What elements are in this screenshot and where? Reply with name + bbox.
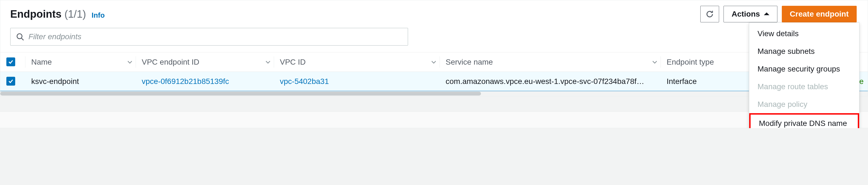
col-epid-label: VPC endpoint ID: [142, 58, 199, 66]
refresh-button[interactable]: [700, 6, 719, 22]
vpc-id-link[interactable]: vpc-5402ba31: [280, 77, 329, 86]
page-title: Endpoints (1/1): [10, 8, 86, 20]
title-text: Endpoints: [10, 8, 62, 20]
col-name-label: Name: [31, 58, 52, 66]
header-buttons: Actions Create endpoint: [700, 6, 857, 22]
endpoints-panel: Endpoints (1/1) Info Actions Create endp…: [0, 0, 868, 96]
menu-manage-route-tables: Manage route tables: [749, 78, 859, 96]
svg-point-0: [17, 34, 22, 39]
svg-line-1: [22, 38, 24, 40]
details-panel-collapsed: [0, 112, 868, 128]
cell-service-name: com.amazonaws.vpce.eu-west-1.vpce-svc-07…: [439, 72, 660, 91]
col-select-all[interactable]: [0, 53, 25, 72]
col-service-name[interactable]: Service name: [439, 53, 660, 72]
create-endpoint-button[interactable]: Create endpoint: [782, 6, 857, 22]
filter-input[interactable]: [28, 32, 402, 41]
search-icon: [16, 33, 24, 41]
row-select-cell[interactable]: [0, 72, 25, 91]
col-vpcid-label: VPC ID: [280, 58, 306, 66]
filter-row: [0, 28, 868, 52]
horizontal-scrollbar[interactable]: [0, 91, 868, 96]
actions-button[interactable]: Actions: [723, 6, 777, 22]
menu-modify-private-dns[interactable]: Modify private DNS name: [749, 113, 859, 128]
actions-label: Actions: [732, 10, 760, 19]
table-row[interactable]: ksvc-endpoint vpce-0f6912b21b85139fc vpc…: [0, 72, 868, 91]
sort-icon[interactable]: [431, 60, 436, 65]
row-checkbox[interactable]: [6, 77, 15, 86]
select-all-checkbox[interactable]: [6, 57, 15, 66]
col-type-label: Endpoint type: [666, 58, 714, 66]
info-link[interactable]: Info: [91, 11, 105, 20]
menu-manage-subnets[interactable]: Manage subnets: [749, 42, 859, 60]
cell-endpoint-id[interactable]: vpce-0f6912b21b85139fc: [136, 72, 274, 91]
caret-up-icon: [764, 11, 769, 17]
col-vpc-id[interactable]: VPC ID: [274, 53, 439, 72]
panel-header: Endpoints (1/1) Info Actions Create endp…: [0, 0, 868, 28]
cell-name: ksvc-endpoint: [25, 72, 136, 91]
col-endpoint-id[interactable]: VPC endpoint ID: [136, 53, 274, 72]
endpoint-id-link[interactable]: vpce-0f6912b21b85139fc: [142, 77, 229, 86]
actions-dropdown: View details Manage subnets Manage secur…: [749, 22, 860, 128]
scrollbar-thumb[interactable]: [0, 92, 481, 96]
endpoints-table: Name VPC endpoint ID VPC ID: [0, 52, 868, 91]
sort-icon[interactable]: [652, 60, 657, 65]
sort-icon[interactable]: [127, 60, 132, 65]
menu-manage-policy: Manage policy: [749, 96, 859, 113]
menu-manage-security-groups[interactable]: Manage security groups: [749, 60, 859, 78]
col-svc-label: Service name: [445, 58, 493, 66]
title-block: Endpoints (1/1) Info: [10, 8, 105, 20]
col-name[interactable]: Name: [25, 53, 136, 72]
table-wrap: Name VPC endpoint ID VPC ID: [0, 52, 868, 96]
sort-icon[interactable]: [266, 60, 271, 65]
menu-view-details[interactable]: View details: [749, 25, 859, 42]
refresh-icon: [705, 10, 714, 19]
filter-box[interactable]: [10, 28, 408, 45]
title-count: (1/1): [64, 8, 86, 20]
cell-vpc-id[interactable]: vpc-5402ba31: [274, 72, 439, 91]
table-header-row: Name VPC endpoint ID VPC ID: [0, 53, 868, 72]
